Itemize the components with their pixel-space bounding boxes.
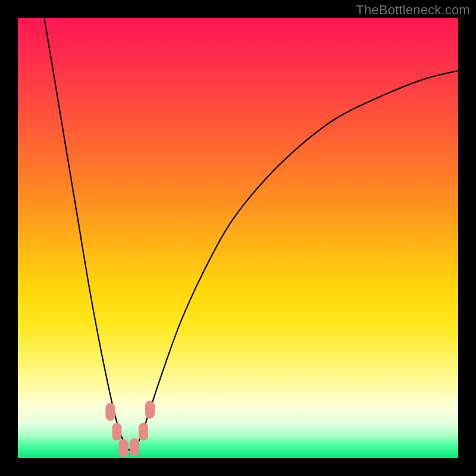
chart-frame: TheBottleneck.com xyxy=(0,0,476,476)
curve-markers xyxy=(105,401,155,457)
curve-marker xyxy=(130,439,139,456)
plot-area xyxy=(18,18,458,458)
curve-marker xyxy=(112,423,122,441)
chart-svg xyxy=(18,18,458,458)
watermark-text: TheBottleneck.com xyxy=(356,2,470,18)
curve-marker xyxy=(105,403,115,421)
curve-marker xyxy=(145,401,155,419)
curve-marker xyxy=(119,439,129,457)
curve-marker xyxy=(139,423,148,441)
bottleneck-curve xyxy=(44,18,458,450)
